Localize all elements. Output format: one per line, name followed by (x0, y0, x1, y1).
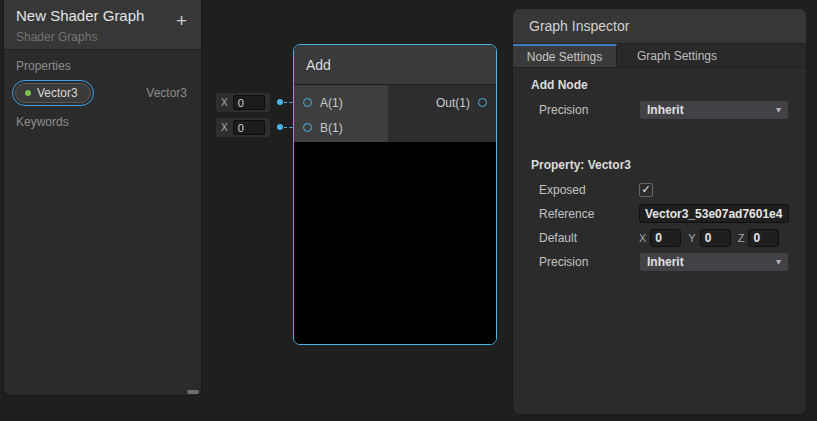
input-a-value-widget: X 0 (216, 93, 270, 112)
chevron-down-icon: ▾ (776, 104, 781, 115)
port-out-icon[interactable] (478, 98, 487, 107)
blackboard-header: New Shader Graph + Shader Graphs (4, 0, 201, 50)
default-label: Default (531, 231, 639, 245)
port-b-label: B(1) (320, 121, 343, 135)
port-a-label: A(1) (320, 96, 343, 110)
blackboard-scrollbar[interactable] (187, 390, 199, 394)
keywords-section-label: Keywords (4, 106, 201, 129)
add-node-outputs: Out(1) (388, 85, 496, 142)
input-a-value-field[interactable]: 0 (233, 95, 265, 110)
chevron-down-icon: ▾ (776, 256, 781, 267)
add-node-inputs: A(1) B(1) (294, 85, 388, 142)
add-property-button[interactable]: + (176, 11, 187, 30)
default-y-field[interactable]: 0 (700, 229, 731, 247)
property-heading: Property: Vector3 (531, 158, 789, 172)
exposed-label: Exposed (531, 183, 639, 197)
default-z-axis-label: Z (738, 232, 745, 244)
default-x-item: X 0 (639, 229, 681, 247)
tab-graph-settings[interactable]: Graph Settings (617, 44, 737, 67)
property-name: Vector3 (37, 86, 78, 100)
node-precision-value: Inherit (647, 103, 776, 117)
node-precision-label: Precision (531, 103, 639, 117)
exposed-dot-icon (25, 90, 31, 96)
graph-inspector-panel: Graph Inspector Node Settings Graph Sett… (512, 8, 807, 415)
default-y-item: Y 0 (688, 229, 730, 247)
inspector-tabs: Node Settings Graph Settings (513, 44, 806, 68)
input-b-value-widget: X 0 (216, 118, 270, 137)
port-a-icon[interactable] (303, 98, 312, 107)
node-precision-row: Precision Inherit ▾ (531, 99, 789, 120)
port-row-a: A(1) (294, 90, 388, 115)
tab-node-settings[interactable]: Node Settings (513, 44, 617, 67)
node-precision-dropdown[interactable]: Inherit ▾ (639, 100, 789, 120)
default-row: Default X 0 Y 0 Z 0 (531, 227, 789, 248)
property-precision-label: Precision (531, 255, 639, 269)
property-precision-value: Inherit (647, 255, 776, 269)
add-node-title[interactable]: Add (294, 45, 496, 85)
default-z-field[interactable]: 0 (748, 229, 779, 247)
graph-inspector-title: Graph Inspector (513, 9, 806, 44)
property-precision-row: Precision Inherit ▾ (531, 251, 789, 272)
default-z-item: Z 0 (738, 229, 780, 247)
edge-b-dot-icon (277, 124, 283, 130)
input-b-axis-label: X (221, 122, 228, 133)
edge-a-dot-icon (277, 99, 283, 105)
add-node-heading: Add Node (531, 78, 789, 92)
port-out-label: Out(1) (436, 96, 470, 110)
graph-title: New Shader Graph (16, 7, 189, 24)
default-x-axis-label: X (639, 232, 646, 244)
shader-graph-window: New Shader Graph + Shader Graphs Propert… (0, 0, 817, 421)
port-row-b: B(1) (294, 115, 388, 140)
exposed-row: Exposed ✓ (531, 179, 789, 200)
reference-field[interactable]: Vector3_53e07ad7601e4 (639, 204, 789, 223)
add-node[interactable]: Add A(1) B(1) Out(1) (293, 44, 497, 345)
default-x-field[interactable]: 0 (650, 229, 681, 247)
properties-section-label: Properties (4, 50, 201, 73)
input-a-axis-label: X (221, 97, 228, 108)
section-gap (531, 123, 789, 155)
blackboard-panel: New Shader Graph + Shader Graphs Propert… (3, 0, 202, 396)
reference-row: Reference Vector3_53e07ad7601e4 (531, 203, 789, 224)
port-b-icon[interactable] (303, 123, 312, 132)
add-node-ports: A(1) B(1) Out(1) (294, 85, 496, 142)
port-row-out: Out(1) (388, 90, 496, 115)
property-row: Vector3 Vector3 (4, 73, 201, 106)
graph-subtitle: Shader Graphs (16, 30, 189, 44)
exposed-checkbox[interactable]: ✓ (639, 183, 653, 197)
property-type: Vector3 (146, 86, 187, 100)
default-vector-fields: X 0 Y 0 Z 0 (639, 229, 779, 247)
property-pill-vector3[interactable]: Vector3 (12, 80, 94, 106)
node-preview (294, 142, 496, 344)
property-precision-dropdown[interactable]: Inherit ▾ (639, 252, 789, 272)
reference-label: Reference (531, 207, 639, 221)
property-pill-inner: Vector3 (15, 83, 91, 103)
default-y-axis-label: Y (688, 232, 695, 244)
inspector-body: Add Node Precision Inherit ▾ Property: V… (513, 68, 806, 272)
input-b-value-field[interactable]: 0 (233, 120, 265, 135)
